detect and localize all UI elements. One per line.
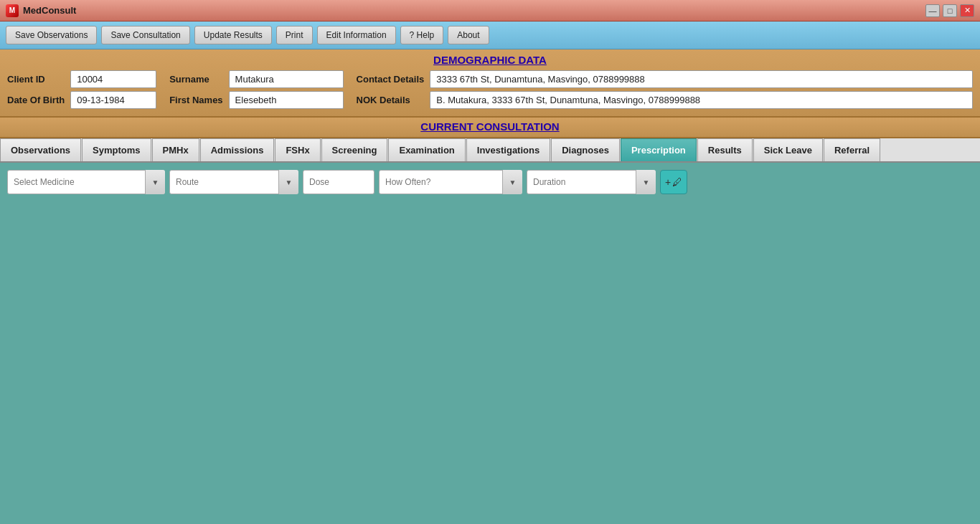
tab-examination[interactable]: Examination (388, 138, 465, 161)
tab-screening[interactable]: Screening (321, 138, 388, 161)
dose-input[interactable] (303, 170, 374, 194)
title-bar-controls: — □ ✕ (925, 4, 974, 17)
tab-observations[interactable]: Observations (0, 138, 81, 161)
how-often-input[interactable] (379, 170, 522, 194)
add-prescription-button[interactable]: + 🖊 (660, 170, 687, 194)
update-results-button[interactable]: Update Results (194, 26, 272, 44)
title-bar: M MedConsult — □ ✕ (0, 0, 980, 22)
medicine-input[interactable] (7, 170, 165, 194)
tab-diagnoses[interactable]: Diagnoses (551, 138, 620, 161)
print-button[interactable]: Print (276, 26, 313, 44)
client-id-value: 10004 (70, 70, 156, 88)
surname-value: Mutakura (229, 70, 344, 88)
demographic-title: DEMOGRAPHIC DATA (7, 54, 973, 66)
close-button[interactable]: ✕ (960, 4, 974, 17)
how-often-select-wrapper: ▼ (379, 170, 522, 194)
title-bar-left: M MedConsult (6, 4, 76, 17)
contact-details-label: Contact Details (357, 74, 425, 85)
consultation-section: CURRENT CONSULTATION (0, 118, 980, 138)
app-title: MedConsult (23, 5, 76, 16)
nok-details-label: NOK Details (357, 95, 425, 105)
demo-grid: Client ID 10004 Surname Mutakura Contact… (7, 70, 973, 109)
dob-label: Date Of Birth (7, 95, 65, 105)
app-icon-letter: M (9, 6, 15, 14)
app-icon: M (6, 4, 19, 17)
demographic-section: DEMOGRAPHIC DATA Client ID 10004 Surname… (0, 49, 980, 118)
tab-investigations[interactable]: Investigations (466, 138, 550, 161)
contact-details-value: 3333 67th St, Dunamtuna, Masvingo, 07889… (430, 70, 973, 88)
dob-value: 09-13-1984 (70, 91, 156, 109)
client-id-label: Client ID (7, 74, 65, 85)
edit-information-button[interactable]: Edit Information (317, 26, 396, 44)
medicine-select-wrapper: ▼ (7, 170, 165, 194)
first-names-value: Elesebeth (229, 91, 344, 109)
route-input[interactable] (169, 170, 298, 194)
save-observations-button[interactable]: Save Observations (6, 26, 97, 44)
duration-input[interactable] (527, 170, 656, 194)
tab-prescription[interactable]: Prescription (621, 138, 697, 161)
duration-select-wrapper: ▼ (527, 170, 656, 194)
consultation-title: CURRENT CONSULTATION (7, 120, 973, 133)
minimize-button[interactable]: — (925, 4, 940, 17)
route-select-wrapper: ▼ (169, 170, 298, 194)
tab-sick-leave[interactable]: Sick Leave (753, 138, 823, 161)
nok-details-value: B. Mutakura, 3333 67th St, Dunamtuna, Ma… (430, 91, 973, 109)
first-names-label: First Names (169, 95, 222, 105)
surname-label: Surname (169, 74, 222, 85)
about-button[interactable]: About (448, 26, 489, 44)
tabs-container: ObservationsSymptomsPMHxAdmissionsFSHxSc… (0, 138, 980, 163)
toolbar: Save Observations Save Consultation Upda… (0, 22, 980, 49)
tab-admissions[interactable]: Admissions (200, 138, 275, 161)
help-button[interactable]: ? Help (400, 26, 444, 44)
tab-results[interactable]: Results (697, 138, 753, 161)
tab-fshx[interactable]: FSHx (275, 138, 320, 161)
tab-pmhx[interactable]: PMHx (152, 138, 199, 161)
maximize-button[interactable]: □ (943, 4, 957, 17)
tab-referral[interactable]: Referral (824, 138, 880, 161)
save-consultation-button[interactable]: Save Consultation (101, 26, 189, 44)
main-content: ▼ ▼ ▼ ▼ + 🖊 (0, 163, 980, 207)
prescription-row: ▼ ▼ ▼ ▼ + 🖊 (7, 170, 973, 194)
tab-symptoms[interactable]: Symptoms (82, 138, 151, 161)
